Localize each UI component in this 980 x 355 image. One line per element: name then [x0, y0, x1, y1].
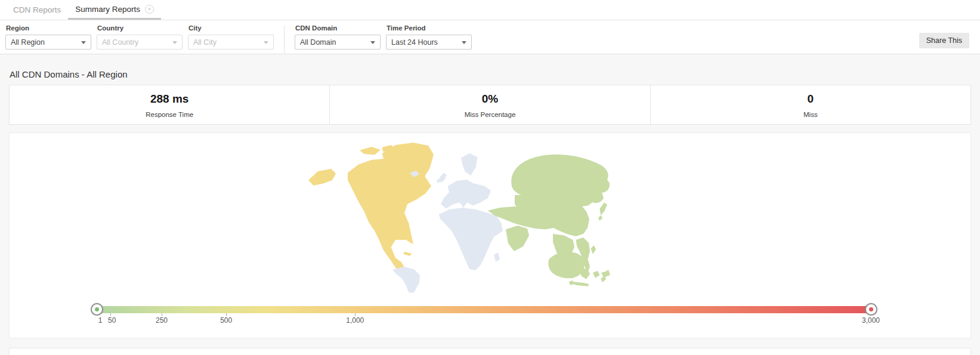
- cdn-summary-report-page: CDN Reports Summary Reports × Region All…: [0, 0, 980, 355]
- stat-miss-percentage: 0% Miss Percentage: [329, 85, 650, 124]
- time-period-filter-select[interactable]: Last 24 Hours: [386, 35, 472, 50]
- world-map-card: 1 50 250 500 1,000 3,000: [9, 132, 971, 338]
- filter-divider: [284, 26, 285, 53]
- slider-handle-min[interactable]: [91, 303, 103, 316]
- miss-value: 0: [808, 92, 814, 106]
- slider-label-3000: 3,000: [862, 316, 880, 325]
- map-region-british-isles[interactable]: [437, 173, 447, 184]
- miss-label: Miss: [803, 111, 818, 118]
- city-filter-label: City: [188, 24, 274, 32]
- map-region-alaska[interactable]: [308, 169, 336, 186]
- tab-cdn-reports-label: CDN Reports: [13, 5, 61, 14]
- region-filter: Region All Region: [5, 24, 91, 50]
- map-region-philippines[interactable]: [591, 245, 596, 254]
- chevron-down-icon: [462, 41, 466, 44]
- miss-percentage-label: Miss Percentage: [465, 111, 516, 118]
- map-legend-slider-track[interactable]: 1 50 250 500 1,000 3,000: [97, 306, 871, 313]
- tab-bar: CDN Reports Summary Reports ×: [0, 0, 980, 20]
- chevron-down-icon: [370, 41, 375, 44]
- chevron-down-icon: [172, 41, 177, 44]
- map-region-tasmania[interactable]: [569, 280, 574, 285]
- map-region-cuba[interactable]: [403, 252, 412, 256]
- map-region-south-america[interactable]: [392, 267, 420, 293]
- map-region-scandinavia[interactable]: [461, 153, 478, 176]
- country-filter-label: Country: [97, 24, 183, 32]
- slider-handle-max[interactable]: [865, 303, 877, 316]
- region-filter-select[interactable]: All Region: [5, 35, 91, 50]
- next-section-card-edge: [9, 348, 971, 355]
- map-region-europe-mainland[interactable]: [441, 180, 491, 209]
- map-region-africa[interactable]: [439, 208, 503, 270]
- response-time-label: Response Time: [146, 111, 193, 118]
- cdn-domain-filter-value: All Domain: [300, 38, 336, 47]
- slider-label-500: 500: [220, 316, 232, 325]
- summary-stats-card: 288 ms Response Time 0% Miss Percentage …: [9, 85, 971, 125]
- country-filter: Country All Country: [97, 24, 183, 50]
- time-period-filter: Time Period Last 24 Hours: [386, 24, 472, 50]
- country-filter-select[interactable]: All Country: [97, 35, 183, 50]
- city-filter: City All City: [188, 24, 274, 50]
- report-content: All CDN Domains - All Region 288 ms Resp…: [0, 69, 980, 355]
- cdn-domain-filter-select[interactable]: All Domain: [295, 35, 381, 50]
- response-time-value: 288 ms: [150, 92, 188, 106]
- city-filter-value: All City: [193, 38, 217, 47]
- cdn-domain-filter: CDN Domain All Domain: [295, 24, 381, 50]
- time-period-filter-value: Last 24 Hours: [391, 38, 438, 47]
- cdn-domain-filter-label: CDN Domain: [295, 24, 381, 32]
- map-region-arabian-peninsula[interactable]: [506, 226, 529, 251]
- map-region-australia[interactable]: [548, 252, 585, 278]
- city-filter-select[interactable]: All City: [188, 35, 274, 50]
- tab-summary-reports[interactable]: Summary Reports ×: [68, 0, 161, 20]
- slider-handle-max-dot: [869, 307, 873, 311]
- tab-summary-reports-label: Summary Reports: [75, 5, 140, 14]
- slider-label-1000: 1,000: [346, 316, 364, 325]
- slider-label-250: 250: [156, 316, 168, 325]
- tab-cdn-reports[interactable]: CDN Reports: [6, 0, 68, 20]
- time-period-filter-label: Time Period: [387, 24, 472, 32]
- region-filter-value: All Region: [11, 38, 45, 47]
- close-tab-icon[interactable]: ×: [145, 5, 154, 14]
- chevron-down-icon: [81, 41, 86, 44]
- map-region-madagascar[interactable]: [494, 252, 500, 262]
- slider-handle-min-dot: [95, 307, 99, 311]
- stat-response-time: 288 ms Response Time: [10, 85, 329, 124]
- region-filter-label: Region: [6, 24, 91, 32]
- slider-label-1: 1: [98, 316, 103, 325]
- filter-bar: Region All Region Country All Country Ci…: [0, 20, 980, 54]
- country-filter-value: All Country: [102, 38, 138, 47]
- stat-miss: 0 Miss: [650, 85, 970, 124]
- share-this-button[interactable]: Share This: [919, 33, 969, 48]
- page-title: All CDN Domains - All Region: [10, 69, 971, 79]
- map-region-japan[interactable]: [598, 203, 607, 221]
- miss-percentage-value: 0%: [482, 92, 498, 106]
- choropleth-world-map[interactable]: [306, 141, 611, 294]
- slider-label-50: 50: [108, 316, 116, 325]
- chevron-down-icon: [264, 41, 268, 44]
